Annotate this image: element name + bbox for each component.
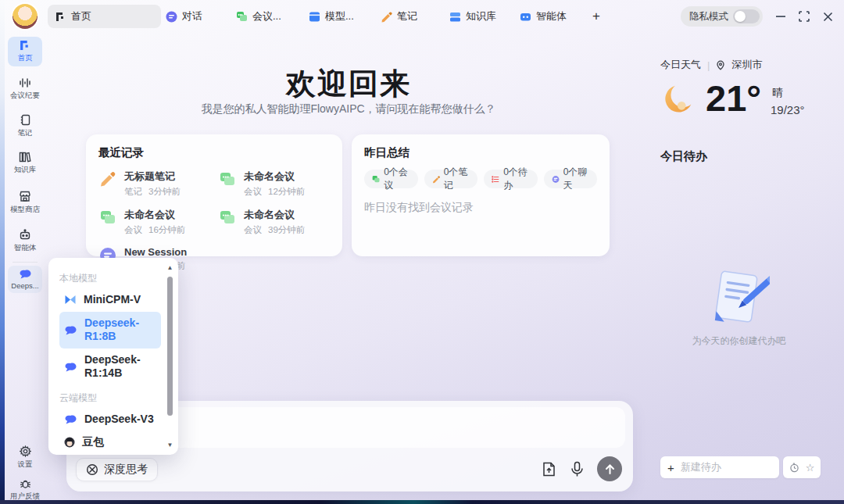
record-time: 12分钟前 xyxy=(268,186,305,198)
record-name: 未命名会议 xyxy=(244,170,305,184)
tab-chat[interactable]: 对话 xyxy=(166,0,202,33)
minicpm-icon xyxy=(64,295,77,305)
meeting-icon xyxy=(218,170,237,188)
list-item-meeting[interactable]: 未命名会议 会议39分钟前 xyxy=(218,208,330,236)
sidebar-item-home[interactable]: 首页 xyxy=(8,37,42,66)
flowy-logo-icon xyxy=(55,12,66,22)
privacy-mode-toggle[interactable]: 隐私模式 xyxy=(681,6,763,27)
meetings-count-badge: 0个会议 xyxy=(364,170,418,188)
books-icon xyxy=(19,152,31,163)
menu-item-doubao[interactable]: 豆包 xyxy=(59,431,161,454)
menu-item-label: 豆包 xyxy=(82,435,156,449)
menu-item-deepseek-v3[interactable]: DeepSeek-V3 xyxy=(59,408,161,431)
microphone-button[interactable] xyxy=(570,461,585,477)
list-item-meeting[interactable]: 未命名会议 会议16分钟前 xyxy=(98,208,210,236)
sidebar-item-meeting-notes[interactable]: 会议纪要 xyxy=(8,74,42,104)
menu-item-deepseek-r1-14b[interactable]: DeepSeek-R1:14B xyxy=(59,349,161,385)
tab-model[interactable]: 模型... xyxy=(309,0,354,33)
weather-title: 今日天气 xyxy=(660,58,701,72)
deep-think-label: 深度思考 xyxy=(104,463,148,477)
sidebar-item-label: 用户反馈 xyxy=(10,491,40,502)
scroll-down-arrow[interactable]: ▼ xyxy=(166,441,174,449)
sidebar-item-label: 首页 xyxy=(18,53,33,63)
minimize-button[interactable] xyxy=(774,9,788,23)
deep-think-button[interactable]: 深度思考 xyxy=(76,458,158,481)
tab-meeting[interactable]: 会议... xyxy=(236,0,281,33)
menu-item-label: MiniCPM-V xyxy=(84,293,156,307)
whale-icon xyxy=(64,362,77,372)
record-name: New Session xyxy=(124,246,187,258)
meeting-icon xyxy=(218,208,237,227)
new-tab-button[interactable]: + xyxy=(592,0,600,33)
sidebar-item-knowledge[interactable]: 知识库 xyxy=(8,148,42,178)
tab-home-label: 首页 xyxy=(71,9,91,23)
agent-icon xyxy=(520,11,531,23)
record-name: 未命名会议 xyxy=(124,208,185,222)
sidebar-item-agent[interactable]: 智能体 xyxy=(8,226,42,256)
sidebar-item-deepseek-model[interactable]: Deeps... xyxy=(8,266,42,293)
recent-records-title: 最近记录 xyxy=(98,145,330,160)
home-flowy-icon xyxy=(20,40,30,51)
dropdown-scrollbar[interactable]: ▲ ▼ xyxy=(166,264,174,449)
yesterday-summary-card: 昨日总结 0个会议 0个笔记 0个待办 0个聊天 昨日没有找到会议记录 xyxy=(352,134,610,256)
menu-item-deepseek-r1-8b[interactable]: Deepseek-R1:8B xyxy=(59,312,161,349)
menu-item-minicpm[interactable]: MiniCPM-V xyxy=(59,288,161,312)
todo-empty-text: 为今天的你创建代办吧 xyxy=(655,334,823,348)
scrollbar-thumb[interactable] xyxy=(167,277,173,416)
privacy-switch[interactable] xyxy=(733,9,760,23)
record-name: 无标题笔记 xyxy=(124,170,181,184)
welcome-title: 欢迎回来 xyxy=(86,64,611,104)
sidebar-item-label: 设置 xyxy=(18,459,33,470)
sidebar-item-notes[interactable]: 笔记 xyxy=(8,111,42,141)
tab-agent-label: 智能体 xyxy=(536,9,567,23)
sidebar: 首页 会议纪要 笔记 知识库 模型商店 xyxy=(5,33,44,500)
menu-item-label: Deepseek-R1:8B xyxy=(84,316,156,344)
sidebar-item-label: Deeps... xyxy=(11,281,38,290)
todo-title: 今日待办 xyxy=(660,149,707,164)
star-icon[interactable]: ☆ xyxy=(806,462,815,474)
tab-agent[interactable]: 智能体 xyxy=(520,0,567,33)
record-type: 会议 xyxy=(244,186,262,198)
switch-knob xyxy=(735,11,746,22)
tab-knowledge[interactable]: 知识库 xyxy=(449,0,496,33)
welcome-subtitle: 我是您的私人智能助理FlowyAIPC，请问现在能帮您做什么？ xyxy=(86,102,611,116)
notes-count-badge: 0个笔记 xyxy=(424,170,478,188)
list-item-meeting[interactable]: 未命名会议 会议12分钟前 xyxy=(218,170,330,198)
sidebar-item-label: 知识库 xyxy=(14,165,37,175)
list-item-note[interactable]: 无标题笔记 笔记3分钟前 xyxy=(98,170,210,198)
alarm-icon[interactable] xyxy=(789,463,799,473)
tab-home[interactable]: 首页 xyxy=(48,5,161,28)
user-avatar[interactable] xyxy=(13,4,38,29)
send-button[interactable] xyxy=(597,456,622,481)
dropdown-section-cloud: 云端模型 xyxy=(59,391,161,405)
sidebar-item-feedback[interactable]: 用户反馈 xyxy=(8,475,42,504)
tab-chat-label: 对话 xyxy=(182,9,202,23)
storefront-icon xyxy=(19,191,31,202)
maximize-button[interactable] xyxy=(797,9,811,23)
todo-empty-illustration xyxy=(707,266,770,331)
menu-item-label: DeepSeek-R1:14B xyxy=(84,353,156,381)
scroll-up-arrow[interactable]: ▲ xyxy=(166,264,174,271)
tab-model-label: 模型... xyxy=(325,9,354,23)
todo-list-icon xyxy=(492,174,499,184)
chats-count-badge: 0个聊天 xyxy=(544,170,598,188)
close-button[interactable] xyxy=(821,9,835,23)
tab-note[interactable]: 笔记 xyxy=(381,0,417,33)
weather-header: 今日天气 | 深圳市 xyxy=(660,58,762,72)
record-name: 未命名会议 xyxy=(244,208,305,222)
location-pin-icon xyxy=(716,60,725,70)
plus-icon: + xyxy=(667,461,674,474)
sidebar-item-model-store[interactable]: 模型商店 xyxy=(8,188,42,218)
chat-actions xyxy=(541,456,622,481)
record-time: 39分钟前 xyxy=(268,224,305,236)
whale-icon xyxy=(64,414,77,424)
dropdown-section-local: 本地模型 xyxy=(59,272,161,285)
sidebar-item-settings[interactable]: 设置 xyxy=(8,442,42,473)
meeting-icon xyxy=(236,11,248,23)
model-select-dropdown: 本地模型 MiniCPM-V Deepseek-R1:8B DeepSeek-R… xyxy=(48,258,178,455)
deep-think-icon xyxy=(86,463,98,476)
notebook-icon xyxy=(20,114,31,126)
divider: | xyxy=(707,59,710,71)
upload-file-button[interactable] xyxy=(541,461,557,477)
new-todo-input[interactable]: + 新建待办 xyxy=(660,456,779,478)
